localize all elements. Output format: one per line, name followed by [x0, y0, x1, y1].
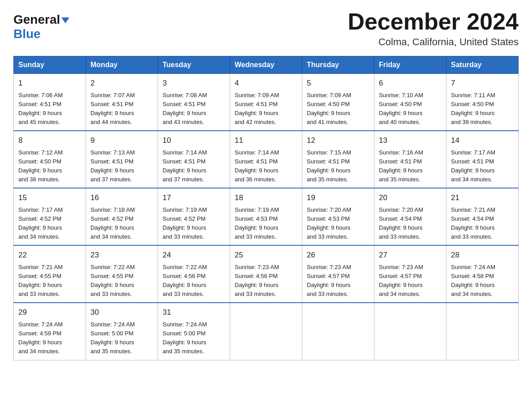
- day-info: Sunrise: 7:17 AMSunset: 4:51 PMDaylight:…: [451, 148, 514, 184]
- day-number: 16: [90, 192, 153, 204]
- col-friday: Friday: [374, 56, 446, 74]
- table-row: 19Sunrise: 7:20 AMSunset: 4:53 PMDayligh…: [302, 188, 374, 245]
- day-info: Sunrise: 7:21 AMSunset: 4:55 PMDaylight:…: [18, 263, 81, 299]
- day-info: Sunrise: 7:23 AMSunset: 4:57 PMDaylight:…: [307, 263, 369, 299]
- day-info: Sunrise: 7:10 AMSunset: 4:50 PMDaylight:…: [379, 91, 442, 127]
- day-number: 1: [18, 77, 81, 89]
- table-row: 17Sunrise: 7:19 AMSunset: 4:52 PMDayligh…: [158, 188, 230, 245]
- table-row: 21Sunrise: 7:21 AMSunset: 4:54 PMDayligh…: [446, 188, 519, 245]
- day-info: Sunrise: 7:23 AMSunset: 4:56 PMDaylight:…: [235, 263, 297, 299]
- day-number: 2: [90, 77, 153, 89]
- calendar-header-row: Sunday Monday Tuesday Wednesday Thursday…: [14, 56, 519, 74]
- day-info: Sunrise: 7:14 AMSunset: 4:51 PMDaylight:…: [163, 148, 225, 184]
- table-row: 23Sunrise: 7:22 AMSunset: 4:55 PMDayligh…: [86, 245, 158, 303]
- table-row: 27Sunrise: 7:23 AMSunset: 4:57 PMDayligh…: [374, 245, 446, 303]
- day-info: Sunrise: 7:11 AMSunset: 4:50 PMDaylight:…: [451, 91, 514, 127]
- day-number: 10: [163, 135, 225, 146]
- day-number: 26: [307, 249, 369, 261]
- day-info: Sunrise: 7:19 AMSunset: 4:53 PMDaylight:…: [235, 206, 297, 242]
- day-info: Sunrise: 7:22 AMSunset: 4:56 PMDaylight:…: [163, 263, 225, 299]
- table-row: 3Sunrise: 7:08 AMSunset: 4:51 PMDaylight…: [158, 74, 230, 131]
- day-info: Sunrise: 7:15 AMSunset: 4:51 PMDaylight:…: [307, 148, 369, 184]
- table-row: 9Sunrise: 7:13 AMSunset: 4:51 PMDaylight…: [86, 131, 158, 188]
- day-number: 11: [235, 135, 297, 146]
- day-number: 5: [307, 77, 369, 89]
- logo-general: General: [13, 13, 60, 26]
- day-number: 7: [451, 77, 514, 89]
- day-info: Sunrise: 7:23 AMSunset: 4:57 PMDaylight:…: [379, 263, 442, 299]
- day-number: 21: [451, 192, 514, 204]
- day-number: 28: [451, 249, 514, 261]
- table-row: 29Sunrise: 7:24 AMSunset: 4:59 PMDayligh…: [14, 303, 86, 360]
- table-row: 11Sunrise: 7:14 AMSunset: 4:51 PMDayligh…: [230, 131, 302, 188]
- table-row: 2Sunrise: 7:07 AMSunset: 4:51 PMDaylight…: [86, 74, 158, 131]
- table-row: 10Sunrise: 7:14 AMSunset: 4:51 PMDayligh…: [158, 131, 230, 188]
- day-info: Sunrise: 7:16 AMSunset: 4:51 PMDaylight:…: [379, 148, 442, 184]
- day-number: 27: [379, 249, 442, 261]
- day-number: 25: [235, 249, 297, 261]
- day-number: 23: [90, 249, 153, 261]
- day-number: 4: [235, 77, 297, 89]
- table-row: 28Sunrise: 7:24 AMSunset: 4:58 PMDayligh…: [446, 245, 519, 303]
- table-row: 15Sunrise: 7:17 AMSunset: 4:52 PMDayligh…: [14, 188, 86, 245]
- day-info: Sunrise: 7:09 AMSunset: 4:50 PMDaylight:…: [307, 91, 369, 127]
- day-info: Sunrise: 7:20 AMSunset: 4:54 PMDaylight:…: [379, 206, 442, 242]
- day-number: 15: [18, 192, 81, 204]
- page-header: General Blue December 2024 Colma, Califo…: [13, 9, 519, 48]
- day-number: 20: [379, 192, 442, 204]
- calendar-week-row: 22Sunrise: 7:21 AMSunset: 4:55 PMDayligh…: [14, 245, 519, 303]
- table-row: 6Sunrise: 7:10 AMSunset: 4:50 PMDaylight…: [374, 74, 446, 131]
- day-number: 19: [307, 192, 369, 204]
- table-row: 18Sunrise: 7:19 AMSunset: 4:53 PMDayligh…: [230, 188, 302, 245]
- table-row: 8Sunrise: 7:12 AMSunset: 4:50 PMDaylight…: [14, 131, 86, 188]
- day-info: Sunrise: 7:24 AMSunset: 5:00 PMDaylight:…: [90, 320, 153, 356]
- table-row: 26Sunrise: 7:23 AMSunset: 4:57 PMDayligh…: [302, 245, 374, 303]
- table-row: [230, 303, 302, 360]
- day-number: 30: [90, 307, 153, 318]
- day-info: Sunrise: 7:24 AMSunset: 4:59 PMDaylight:…: [18, 320, 81, 356]
- calendar-week-row: 29Sunrise: 7:24 AMSunset: 4:59 PMDayligh…: [14, 303, 519, 360]
- col-thursday: Thursday: [302, 56, 374, 74]
- day-info: Sunrise: 7:08 AMSunset: 4:51 PMDaylight:…: [163, 91, 225, 127]
- day-number: 14: [451, 135, 514, 146]
- day-info: Sunrise: 7:18 AMSunset: 4:52 PMDaylight:…: [90, 206, 153, 242]
- day-info: Sunrise: 7:20 AMSunset: 4:53 PMDaylight:…: [307, 206, 369, 242]
- col-monday: Monday: [86, 56, 158, 74]
- table-row: 22Sunrise: 7:21 AMSunset: 4:55 PMDayligh…: [14, 245, 86, 303]
- table-row: 30Sunrise: 7:24 AMSunset: 5:00 PMDayligh…: [86, 303, 158, 360]
- calendar-week-row: 1Sunrise: 7:06 AMSunset: 4:51 PMDaylight…: [14, 74, 519, 131]
- logo-arrow-icon: [61, 17, 69, 23]
- logo-general-text: General: [13, 13, 69, 27]
- table-row: 24Sunrise: 7:22 AMSunset: 4:56 PMDayligh…: [158, 245, 230, 303]
- day-info: Sunrise: 7:24 AMSunset: 5:00 PMDaylight:…: [163, 320, 225, 356]
- page-title: December 2024: [348, 9, 519, 34]
- day-number: 12: [307, 135, 369, 146]
- day-number: 22: [18, 249, 81, 261]
- day-info: Sunrise: 7:22 AMSunset: 4:55 PMDaylight:…: [90, 263, 153, 299]
- table-row: 5Sunrise: 7:09 AMSunset: 4:50 PMDaylight…: [302, 74, 374, 131]
- table-row: 16Sunrise: 7:18 AMSunset: 4:52 PMDayligh…: [86, 188, 158, 245]
- logo: General Blue: [13, 9, 69, 41]
- day-info: Sunrise: 7:13 AMSunset: 4:51 PMDaylight:…: [90, 148, 153, 184]
- day-info: Sunrise: 7:07 AMSunset: 4:51 PMDaylight:…: [90, 91, 153, 127]
- calendar-table: Sunday Monday Tuesday Wednesday Thursday…: [13, 56, 519, 360]
- day-number: 13: [379, 135, 442, 146]
- table-row: 12Sunrise: 7:15 AMSunset: 4:51 PMDayligh…: [302, 131, 374, 188]
- day-info: Sunrise: 7:19 AMSunset: 4:52 PMDaylight:…: [163, 206, 225, 242]
- day-number: 17: [163, 192, 225, 204]
- table-row: 4Sunrise: 7:09 AMSunset: 4:51 PMDaylight…: [230, 74, 302, 131]
- col-wednesday: Wednesday: [230, 56, 302, 74]
- day-number: 6: [379, 77, 442, 89]
- day-info: Sunrise: 7:12 AMSunset: 4:50 PMDaylight:…: [18, 148, 81, 184]
- col-saturday: Saturday: [446, 56, 519, 74]
- day-number: 24: [163, 249, 225, 261]
- day-info: Sunrise: 7:09 AMSunset: 4:51 PMDaylight:…: [235, 91, 297, 127]
- day-number: 18: [235, 192, 297, 204]
- col-tuesday: Tuesday: [158, 56, 230, 74]
- table-row: 25Sunrise: 7:23 AMSunset: 4:56 PMDayligh…: [230, 245, 302, 303]
- day-info: Sunrise: 7:14 AMSunset: 4:51 PMDaylight:…: [235, 148, 297, 184]
- title-block: December 2024 Colma, California, United …: [348, 9, 519, 48]
- day-number: 31: [163, 307, 225, 318]
- calendar-week-row: 8Sunrise: 7:12 AMSunset: 4:50 PMDaylight…: [14, 131, 519, 188]
- logo-blue: Blue: [13, 27, 41, 41]
